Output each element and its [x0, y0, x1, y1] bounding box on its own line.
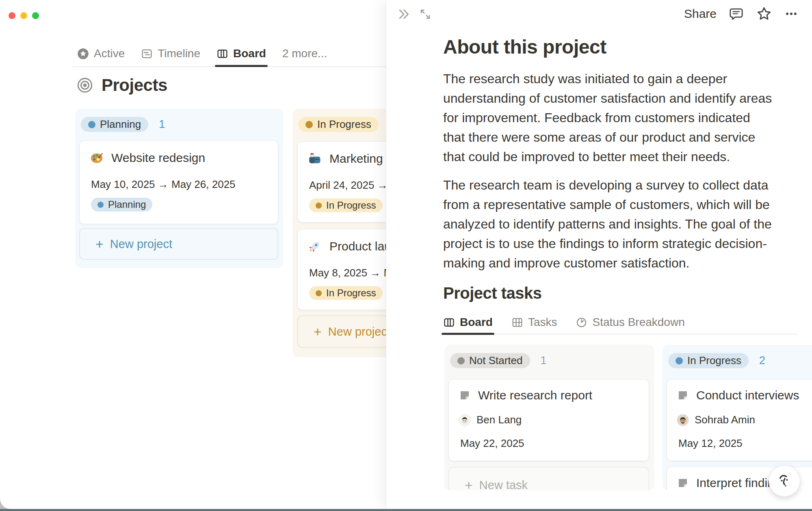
card-status-tag: In Progress — [309, 198, 383, 212]
task-view-tabs: Board Tasks Status Breakdown — [443, 311, 797, 334]
column-planning: Planning 1 Website redesign May 10, 2025… — [75, 109, 283, 268]
card-title-row: Marketing c — [307, 151, 392, 166]
card-title-row: Write research report — [459, 388, 592, 402]
new-project-button[interactable]: + New project — [79, 228, 278, 260]
card-title: Marketing c — [329, 152, 392, 166]
tab-label: Timeline — [158, 47, 200, 60]
card-title-row: Product laun — [307, 239, 398, 254]
panel-right-toolbar: Share — [684, 6, 798, 22]
card-dates: May 10, 2025 → May 26, 2025 — [91, 178, 236, 191]
card-status-tag: Planning — [91, 198, 152, 211]
task-card-conduct-interviews[interactable]: Conduct interviews Sohrab Amin May 12, 2… — [667, 379, 812, 461]
status-dot — [457, 357, 465, 364]
status-dot — [316, 203, 322, 209]
task-board: Not Started 1 Write research report — [443, 345, 799, 491]
target-icon — [76, 77, 93, 94]
tab-task-board[interactable]: Board — [443, 310, 493, 334]
column-header: Not Started 1 — [450, 353, 547, 368]
side-peek-panel: Share About this project The research st… — [386, 0, 812, 509]
avatar-ben-lang — [459, 414, 471, 426]
status-breakdown-icon — [576, 317, 587, 328]
status-pill-planning[interactable]: Planning — [81, 117, 148, 132]
zoom-window-button[interactable] — [32, 12, 39, 19]
card-title-row: Conduct interviews — [677, 388, 799, 402]
card-title: Conduct interviews — [696, 388, 799, 402]
card-date: May 22, 2025 — [460, 437, 524, 450]
card-title-row: Website redesign — [89, 151, 205, 165]
page-icon — [459, 389, 471, 401]
tab-active-view[interactable]: Active — [77, 41, 125, 66]
status-dot — [316, 290, 322, 296]
assignee-name: Sohrab Amin — [695, 414, 755, 426]
column-header: Planning 1 — [81, 117, 165, 132]
status-dot — [676, 357, 683, 364]
panel-left-toolbar — [397, 7, 432, 21]
plus-icon: + — [314, 325, 322, 339]
board-icon — [443, 317, 455, 328]
about-heading[interactable]: About this project — [443, 35, 799, 59]
tab-label: 2 more... — [282, 47, 327, 60]
notion-ai-button[interactable] — [769, 465, 800, 497]
plus-icon: + — [95, 237, 104, 251]
page-title[interactable]: Projects — [102, 75, 167, 95]
column-count: 1 — [541, 354, 547, 367]
tab-label: Board — [460, 316, 493, 329]
comments-icon[interactable] — [729, 6, 744, 22]
minimize-window-button[interactable] — [20, 12, 27, 19]
card-title: Website redesign — [111, 151, 205, 165]
share-button[interactable]: Share — [684, 7, 717, 21]
tab-status-breakdown[interactable]: Status Breakdown — [576, 310, 684, 334]
project-card-website-redesign[interactable]: Website redesign May 10, 2025 → May 26, … — [79, 140, 278, 224]
tab-timeline-view[interactable]: Timeline — [141, 41, 200, 66]
status-pill-not-started[interactable]: Not Started — [450, 353, 530, 368]
assignee-name: Ben Lang — [476, 414, 522, 426]
tab-task-table[interactable]: Tasks — [511, 310, 557, 334]
status-dot — [97, 202, 104, 208]
task-card-write-research-report[interactable]: Write research report Ben Lang May 22, 2… — [448, 379, 649, 461]
card-title: Write research report — [478, 388, 592, 402]
tab-label: Tasks — [528, 316, 557, 329]
card-assignee: Ben Lang — [459, 414, 522, 426]
favorite-star-icon[interactable] — [756, 6, 772, 22]
new-task-button[interactable]: + New task — [448, 467, 649, 490]
project-tasks-heading[interactable]: Project tasks — [443, 283, 799, 303]
screen-bottom-edge — [0, 509, 812, 511]
tab-board-view[interactable]: Board — [217, 41, 266, 66]
status-pill-in-progress[interactable]: In Progress — [668, 353, 749, 368]
status-dot — [305, 121, 313, 128]
notion-window: Active Timeline Board 2 more... Projects — [0, 0, 812, 511]
tab-label: Board — [233, 47, 266, 60]
view-tabs: Active Timeline Board 2 more... — [77, 41, 327, 66]
status-pill-in-progress[interactable]: In Progress — [298, 117, 379, 132]
plus-icon: + — [465, 478, 473, 490]
card-date: May 12, 2025 — [678, 437, 743, 450]
expand-page-icon[interactable] — [419, 8, 432, 21]
more-options-icon[interactable] — [784, 7, 798, 21]
page-content: About this project The research study wa… — [443, 35, 799, 491]
about-paragraph-2[interactable]: The research team is developing a survey… — [443, 175, 772, 273]
close-side-peek-icon[interactable] — [397, 7, 411, 21]
column-header: In Progress — [298, 117, 379, 132]
about-paragraph-1[interactable]: The research study was initiated to gain… — [443, 69, 772, 166]
tab-more-views[interactable]: 2 more... — [282, 41, 327, 66]
page-icon — [677, 477, 689, 489]
card-assignee: Sohrab Amin — [677, 414, 755, 426]
star-badge-icon — [77, 48, 89, 60]
tab-label: Active — [94, 47, 125, 60]
board-icon — [217, 48, 228, 60]
card-status-tag: In Progress — [309, 286, 383, 300]
window-controls — [9, 12, 39, 19]
status-dot — [88, 121, 95, 128]
close-window-button[interactable] — [9, 12, 15, 19]
task-column-not-started: Not Started 1 Write research report — [444, 345, 654, 490]
column-count: 2 — [759, 354, 765, 367]
page-icon — [677, 389, 689, 401]
ai-face-icon — [775, 472, 794, 490]
tab-label: Status Breakdown — [592, 316, 684, 329]
mailbox-emoji-icon — [307, 151, 322, 166]
avatar-sohrab-amin — [677, 414, 689, 426]
database-title: Projects — [76, 75, 167, 95]
rocket-emoji-icon — [307, 239, 322, 254]
palette-emoji-icon — [89, 151, 104, 165]
column-count: 1 — [159, 118, 165, 131]
